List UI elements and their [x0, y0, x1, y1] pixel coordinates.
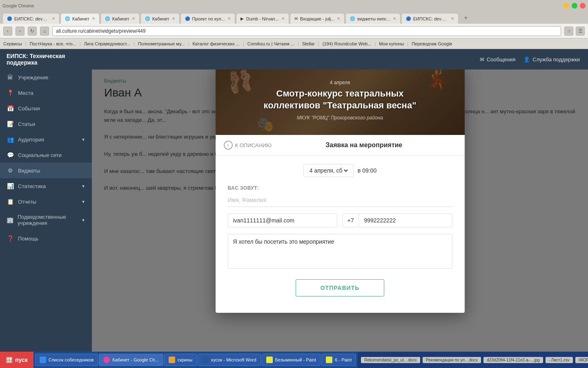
back-btn[interactable]: ‹	[3, 27, 12, 36]
home-btn[interactable]: ⌂	[40, 27, 49, 36]
taskbar-item-paint2[interactable]: 6 - Paint	[321, 354, 356, 366]
tab-close-7[interactable]: ✕	[337, 16, 340, 21]
taskbar-item-label-folder: скрины	[178, 357, 193, 362]
sidebar-item-reports[interactable]: 📋 Отчеты ▼	[0, 194, 92, 209]
name-input[interactable]	[228, 193, 452, 207]
sidebar-item-social[interactable]: 💬 Социальные сети	[0, 147, 92, 163]
bookmark-stellar[interactable]: Stellar	[302, 41, 315, 46]
new-tab-btn[interactable]: +	[461, 13, 471, 22]
downloads-item-1[interactable]: Rekomendatsii_po_ul....docx	[361, 357, 420, 363]
tab-3[interactable]: 🌐 Кабинет ✕	[100, 13, 140, 24]
reload-btn[interactable]: ↻	[28, 27, 37, 36]
tab-close-2[interactable]: ✕	[92, 16, 95, 21]
bookmark-films[interactable]: Полнометражные му...	[138, 41, 185, 46]
modal-body: 4 апреля, сб в 09:00 ВАС ЗОВУТ:	[216, 156, 465, 313]
downloads-item-5[interactable]: t4lOPTQTwCo.jpg	[575, 357, 588, 363]
bookmark-liga[interactable]: Лига Справедливост...	[84, 41, 130, 46]
sidebar-label-places: Места	[18, 90, 33, 96]
phone-input[interactable]	[359, 214, 452, 227]
support-btn[interactable]: 👤 Служба поддержки	[523, 56, 580, 63]
downloads-bar: Rekomendatsii_po_ul....docx Рекомендации…	[358, 352, 588, 368]
tab-close-1[interactable]: ✕	[52, 16, 55, 21]
main-topbar: ✉ Сообщения 👤 Служба поддержки	[92, 49, 588, 70]
maximize-btn[interactable]	[572, 3, 577, 9]
bookmark-postnauka[interactable]: ПостНаука - все, что...	[29, 41, 76, 46]
chevron-down-icon: ▼	[81, 137, 85, 142]
sidebar-label-events: События	[18, 105, 40, 112]
tab-close-8[interactable]: ✕	[393, 16, 396, 21]
taskbar-item-chrome[interactable]: Кабинет - Google Ch...	[99, 354, 163, 366]
sidebar-label-audience: Аудитория	[18, 137, 44, 143]
tab-close-9[interactable]: ✕	[451, 16, 454, 21]
email-input[interactable]	[228, 213, 337, 227]
settings-btn[interactable]: ☰	[576, 27, 585, 36]
sidebar-item-events[interactable]: 📅 События	[0, 101, 92, 116]
modal-overlay: 🩰 💃 🎭 4 апреля Смотр-конкурс театральных…	[92, 70, 588, 368]
message-textarea[interactable]: Я хотел бы посетить это мероприятие	[228, 234, 452, 267]
bookmark-comiksu[interactable]: Comiksu.ru | Читаем ...	[247, 41, 294, 46]
sidebar-item-subordinate[interactable]: 🏢 Подведомственные учреждения ▼	[0, 209, 92, 231]
downloads-item-2[interactable]: Рекомендации по ул....docx	[423, 357, 481, 363]
tab-8[interactable]: 🌐 виджеты еипс... ✕	[345, 13, 400, 24]
downloads-item-3[interactable]: d23d2094-11f4-11e2-a-....jpg	[483, 357, 543, 363]
chevron-down-icon-reports: ▼	[81, 200, 85, 204]
date-dropdown[interactable]: 4 апреля, сб	[308, 167, 349, 174]
tab-9[interactable]: 🔵 ЕИПСКС: devel... ✕	[401, 13, 459, 24]
taskbar: 🪟 пуск Список собеседников Кабинет - Goo…	[0, 352, 588, 368]
taskbar-item-label-paint1: Безымянный - Paint	[275, 357, 316, 362]
start-label: пуск	[15, 357, 28, 363]
bookmark-servisy[interactable]: Сервисы	[3, 41, 22, 46]
bookmark-translate[interactable]: Переводчик Google	[412, 41, 452, 46]
start-button[interactable]: 🪟 пуск	[0, 352, 33, 368]
tab-close-5[interactable]: ✕	[227, 16, 231, 21]
chevron-down-icon-stats: ▼	[81, 184, 85, 188]
tab-close-6[interactable]: ✕	[281, 16, 285, 21]
paint-icon-2	[326, 357, 332, 363]
bookmark-coupons[interactable]: Мои купоны	[379, 41, 404, 46]
messages-btn[interactable]: ✉ Сообщения	[480, 56, 516, 63]
email-field-wrap	[228, 213, 337, 227]
tab-7[interactable]: ✉ Входящие - julj... ✕	[290, 13, 345, 24]
taskbar-item-folder[interactable]: скрины	[164, 354, 197, 366]
forward-btn[interactable]: ›	[16, 27, 24, 36]
support-label: Служба поддержки	[532, 56, 580, 63]
chevron-down-icon-sub: ▼	[81, 218, 85, 222]
sidebar-item-places[interactable]: 📍 Места	[0, 85, 92, 101]
tab-5[interactable]: 🔵 Проект по кул... ✕	[180, 13, 235, 24]
sidebar-item-audience[interactable]: 👥 Аудитория ▼	[0, 132, 92, 147]
submit-button[interactable]: ОТПРАВИТЬ	[296, 279, 385, 296]
sidebar-label-statistics: Статистика	[18, 183, 46, 189]
taskbar-item-word[interactable]: кусок - Microsoft Word	[198, 354, 261, 366]
help-icon: ❓	[7, 235, 14, 242]
brand-name: ЕИПСК: Техническая поддержка	[7, 53, 85, 66]
messages-label: Сообщения	[487, 56, 516, 63]
sidebar-item-statistics[interactable]: 📊 Статистика ▼	[0, 178, 92, 194]
start-icon: 🪟	[6, 357, 13, 363]
tab-close-4[interactable]: ✕	[172, 16, 175, 21]
event-time: в 09:00	[358, 167, 376, 174]
bookmark-star[interactable]: ☆	[564, 27, 573, 36]
tab-6[interactable]: ▶ Dumb - Nirvan... ✕	[236, 13, 289, 24]
taskbar-item-paint1[interactable]: Безымянный - Paint	[262, 354, 321, 366]
tab-4[interactable]: 🌐 Кабинет ✕	[140, 13, 180, 24]
bookmark-catalog[interactable]: Каталог физических ...	[192, 41, 239, 46]
sidebar-item-institution[interactable]: 🏛 Учреждение	[0, 70, 92, 85]
sidebar-item-articles[interactable]: 📝 Статьи	[0, 116, 92, 132]
sidebar-item-widgets[interactable]: ⚙ Виджеты	[0, 163, 92, 178]
browser-chrome: Google Chrome 🔵 ЕИПСКС: devel... ✕ 🌐 Каб…	[0, 0, 588, 49]
tab-1[interactable]: 🔵 ЕИПСКС: devel... ✕	[2, 13, 60, 24]
taskbar-item-chat[interactable]: Список собеседников	[35, 354, 98, 366]
address-input[interactable]	[52, 26, 561, 36]
minimize-btn[interactable]	[564, 3, 569, 9]
sidebar-item-help[interactable]: ❓ Помощь	[0, 231, 92, 246]
phone-field-wrap: +7	[342, 213, 452, 227]
date-select[interactable]: 4 апреля, сб	[303, 164, 354, 177]
tab-2[interactable]: 🌐 Кабинет ✕	[60, 13, 100, 24]
tab-close-3[interactable]: ✕	[132, 16, 135, 21]
chrome-icon	[103, 357, 110, 363]
main-content: ✉ Сообщения 👤 Служба поддержки Виджеты И…	[92, 49, 588, 368]
bookmark-roundcube[interactable]: (194) Roundcube Web...	[323, 41, 372, 46]
close-btn[interactable]	[580, 3, 586, 9]
back-link[interactable]: ‹ К ОПИСАНИЮ	[224, 141, 272, 150]
downloads-item-4[interactable]: - Лист1.csv	[546, 357, 573, 363]
